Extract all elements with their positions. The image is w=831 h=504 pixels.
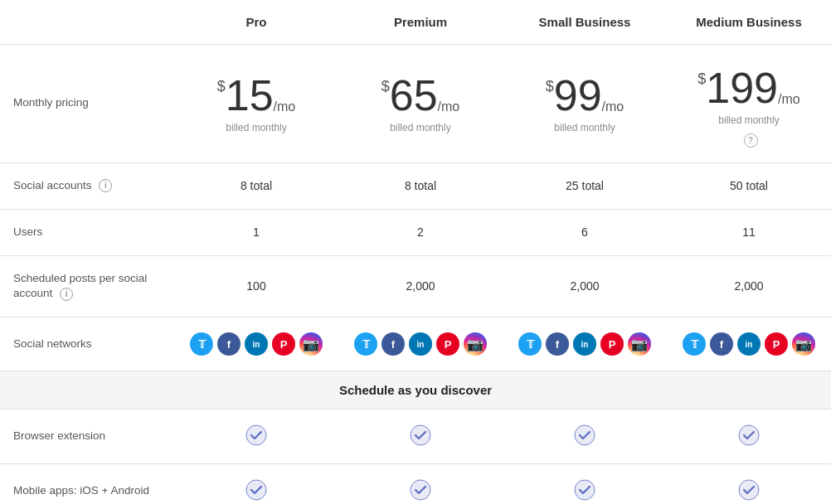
- label-mobile-apps: Mobile apps: iOS + Android: [0, 464, 174, 504]
- question-icon-mb[interactable]: ?: [744, 133, 758, 148]
- value-users-pro: 1: [174, 209, 338, 255]
- social-icons-sb: 𝕋 f in P 📷: [503, 317, 667, 371]
- value-social-accounts-premium: 8 total: [338, 162, 503, 209]
- price-per-mb: /mo: [778, 93, 800, 106]
- row-social-networks: Social networks 𝕋 f in P 📷 𝕋 f in: [0, 317, 831, 371]
- linkedin-icon-mb: in: [737, 332, 761, 356]
- svg-point-6: [575, 480, 595, 500]
- price-medium-business: $ 199 /mo billed monthly ?: [667, 45, 831, 163]
- check-browser-extension-sb: [503, 410, 667, 464]
- dollar-sign-premium: $: [381, 79, 390, 94]
- row-monthly-pricing: Monthly pricing $ 15 /mo billed monthly: [0, 45, 831, 163]
- facebook-icon-pro: f: [217, 332, 241, 356]
- facebook-icon-sb: f: [546, 332, 569, 356]
- dollar-sign-sb: $: [546, 79, 554, 94]
- price-billed-sb: billed monthly: [554, 122, 615, 133]
- check-mobile-apps-premium: [338, 464, 503, 504]
- label-users: Users: [0, 209, 174, 255]
- linkedin-icon-pro: in: [245, 332, 268, 356]
- info-icon-scheduled-posts[interactable]: i: [60, 288, 73, 301]
- price-per-pro: /mo: [274, 100, 296, 114]
- price-number-sb: 99: [554, 74, 602, 117]
- price-billed-premium: billed monthly: [390, 122, 450, 133]
- price-number-pro: 15: [226, 74, 274, 117]
- svg-point-5: [411, 480, 430, 500]
- label-scheduled-posts: Scheduled posts per social account i: [0, 255, 174, 317]
- price-per-sb: /mo: [602, 100, 624, 114]
- price-number-mb: 199: [706, 66, 778, 109]
- twitter-icon-mb: 𝕋: [683, 332, 706, 356]
- check-browser-extension-premium: [338, 410, 503, 464]
- row-scheduled-posts: Scheduled posts per social account i 100…: [0, 255, 831, 317]
- svg-point-2: [575, 425, 595, 445]
- info-icon-social-accounts[interactable]: i: [99, 179, 112, 192]
- label-social-networks: Social networks: [0, 317, 174, 371]
- row-browser-extension: Browser extension: [0, 410, 831, 464]
- label-monthly-pricing: Monthly pricing: [0, 45, 174, 163]
- price-number-premium: 65: [390, 74, 438, 117]
- pinterest-icon-premium: P: [436, 332, 459, 356]
- dollar-sign-mb: $: [697, 71, 706, 86]
- svg-point-0: [246, 425, 266, 445]
- linkedin-icon-sb: in: [573, 332, 596, 356]
- facebook-icon-mb: f: [710, 332, 733, 356]
- price-premium: $ 65 /mo billed monthly: [338, 45, 503, 163]
- price-per-premium: /mo: [438, 100, 460, 114]
- twitter-icon-sb: 𝕋: [518, 332, 542, 356]
- value-scheduled-posts-mb: 2,000: [667, 255, 831, 317]
- check-mobile-apps-mb: [667, 464, 831, 504]
- price-billed-mb: billed monthly: [718, 114, 779, 126]
- value-scheduled-posts-pro: 100: [174, 255, 338, 317]
- pricing-table: Pro Premium Small Business Medium Busine…: [0, 0, 831, 504]
- twitter-icon-pro: 𝕋: [190, 332, 213, 356]
- header-medium-business: Medium Business: [667, 0, 831, 45]
- label-section-schedule: Schedule as you discover: [0, 371, 831, 410]
- label-social-accounts: Social accounts i: [0, 162, 174, 209]
- svg-point-3: [739, 425, 759, 445]
- linkedin-icon-premium: in: [409, 332, 432, 356]
- value-users-mb: 11: [667, 209, 831, 255]
- svg-point-4: [246, 480, 266, 500]
- row-social-accounts: Social accounts i 8 total 8 total 25 tot…: [0, 162, 831, 209]
- instagram-icon-sb: 📷: [628, 332, 651, 356]
- check-browser-extension-mb: [667, 410, 831, 464]
- social-icons-mb: 𝕋 f in P 📷: [667, 317, 831, 371]
- row-section-schedule: Schedule as you discover: [0, 371, 831, 410]
- dollar-sign-pro: $: [217, 79, 226, 94]
- value-users-sb: 6: [503, 209, 667, 255]
- pinterest-icon-mb: P: [765, 332, 788, 356]
- value-scheduled-posts-premium: 2,000: [338, 255, 503, 317]
- check-mobile-apps-pro: [174, 464, 338, 504]
- price-small-business: $ 99 /mo billed monthly: [503, 45, 667, 163]
- pinterest-icon-pro: P: [272, 332, 295, 356]
- social-icons-pro: 𝕋 f in P 📷: [174, 317, 338, 371]
- value-social-accounts-pro: 8 total: [174, 162, 338, 209]
- instagram-icon-premium: 📷: [464, 332, 487, 356]
- value-users-premium: 2: [338, 209, 503, 255]
- check-mobile-apps-sb: [503, 464, 667, 504]
- row-mobile-apps: Mobile apps: iOS + Android: [0, 464, 831, 504]
- svg-point-7: [739, 480, 759, 500]
- row-users: Users 1 2 6 11: [0, 209, 831, 255]
- pinterest-icon-sb: P: [600, 332, 624, 356]
- social-icons-premium: 𝕋 f in P 📷: [338, 317, 503, 371]
- facebook-icon-premium: f: [381, 332, 405, 356]
- price-billed-pro: billed monthly: [226, 122, 286, 133]
- label-browser-extension: Browser extension: [0, 410, 174, 464]
- header-label: [0, 0, 174, 45]
- svg-point-1: [411, 425, 430, 445]
- value-social-accounts-sb: 25 total: [503, 162, 667, 209]
- price-pro: $ 15 /mo billed monthly: [174, 45, 338, 163]
- header-small-business: Small Business: [503, 0, 667, 45]
- check-browser-extension-pro: [174, 410, 338, 464]
- header-premium: Premium: [338, 0, 503, 45]
- value-scheduled-posts-sb: 2,000: [503, 255, 667, 317]
- instagram-icon-mb: 📷: [792, 332, 815, 356]
- header-pro: Pro: [174, 0, 338, 45]
- value-social-accounts-mb: 50 total: [667, 162, 831, 209]
- instagram-icon-pro: 📷: [299, 332, 323, 356]
- twitter-icon-premium: 𝕋: [354, 332, 377, 356]
